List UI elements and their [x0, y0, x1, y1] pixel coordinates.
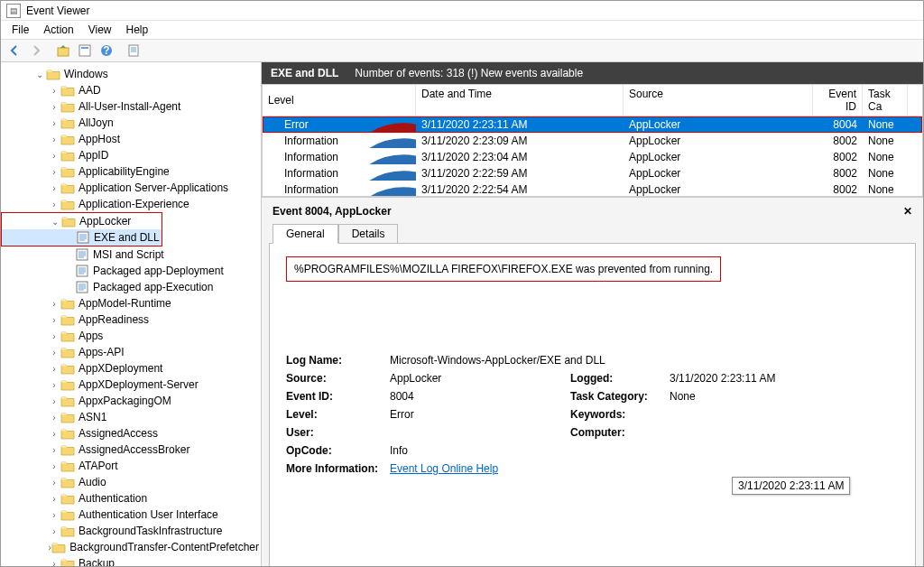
folder-icon	[60, 476, 75, 488]
collapse-icon[interactable]: ⌄	[33, 70, 46, 79]
tree-node-apps-api[interactable]: › Apps-API	[1, 344, 261, 360]
expand-icon[interactable]: ›	[48, 494, 60, 504]
forward-button[interactable]	[26, 41, 46, 60]
tree-node-exe-and-dll[interactable]: EXE and DLL	[2, 229, 162, 246]
tree-node-backgroundtransfer-contentprefetcher[interactable]: › BackgroundTransfer-ContentPrefetcher	[1, 539, 261, 555]
expand-icon[interactable]: ›	[48, 167, 60, 177]
up-button[interactable]	[53, 41, 73, 60]
event-row[interactable]: Information 3/11/2020 2:22:59 AM AppLock…	[263, 165, 922, 181]
prop-level-v: Error	[390, 408, 570, 421]
col-date[interactable]: Date and Time	[416, 85, 624, 116]
menu-help[interactable]: Help	[119, 22, 156, 38]
expand-icon[interactable]: ›	[48, 183, 60, 193]
expand-icon[interactable]: ›	[48, 135, 60, 144]
tree-node-authentication[interactable]: › Authentication	[1, 490, 261, 507]
expand-icon[interactable]: ›	[48, 461, 60, 471]
tree-node-ataport[interactable]: › ATAPort	[1, 458, 261, 474]
refresh-button[interactable]	[124, 41, 143, 60]
tree-node-appid[interactable]: › AppID	[1, 147, 261, 163]
folder-icon	[60, 525, 75, 537]
prop-source-v: AppLocker	[390, 372, 570, 385]
tree-node-authentication-user-interface[interactable]: › Authentication User Interface	[1, 507, 261, 523]
event-row[interactable]: Error 3/11/2020 2:23:11 AM AppLocker 800…	[263, 116, 922, 133]
grid-header[interactable]: Level Date and Time Source Event ID Task…	[263, 85, 922, 116]
expand-icon[interactable]: ›	[48, 478, 60, 488]
expand-icon[interactable]: ›	[48, 331, 60, 341]
expand-icon[interactable]: ›	[48, 429, 60, 439]
menu-view[interactable]: View	[81, 22, 119, 38]
event-grid[interactable]: Level Date and Time Source Event ID Task…	[262, 84, 923, 197]
expand-icon[interactable]: ›	[48, 118, 60, 128]
expand-icon[interactable]: ›	[48, 526, 60, 536]
svg-text:?: ?	[103, 44, 109, 57]
col-eventid[interactable]: Event ID	[813, 85, 863, 116]
app-icon: ▤	[6, 4, 21, 18]
expand-icon[interactable]: ›	[48, 510, 60, 520]
tree-node-packaged-app-deployment[interactable]: Packaged app-Deployment	[1, 263, 261, 279]
tree-node-appmodel-runtime[interactable]: › AppModel-Runtime	[1, 295, 261, 311]
expand-icon[interactable]: ›	[48, 559, 60, 568]
tree-node-appxpackagingom[interactable]: › AppxPackagingOM	[1, 393, 261, 409]
tree-node-apps[interactable]: › Apps	[1, 328, 261, 344]
expand-icon[interactable]: ›	[48, 102, 60, 112]
tree-node-appxdeployment-server[interactable]: › AppXDeployment-Server	[1, 376, 261, 393]
expand-icon[interactable]: ›	[48, 348, 60, 358]
menu-bar: File Action View Help	[1, 21, 923, 39]
info-icon	[268, 135, 281, 147]
menu-file[interactable]: File	[5, 22, 36, 38]
expand-icon[interactable]: ›	[48, 413, 60, 423]
expand-icon[interactable]: ›	[48, 200, 60, 209]
folder-icon	[60, 346, 75, 358]
tree-node-msi-and-script[interactable]: MSI and Script	[1, 246, 261, 263]
tree-node-alljoyn[interactable]: › AllJoyn	[1, 115, 261, 131]
event-row[interactable]: Information 3/11/2020 2:23:09 AM AppLock…	[263, 133, 922, 149]
tree-node-backgroundtaskinfrastructure[interactable]: › BackgroundTaskInfrastructure	[1, 523, 261, 539]
expand-icon[interactable]: ›	[48, 396, 60, 406]
tree-node-all-user-install-agent[interactable]: › All-User-Install-Agent	[1, 98, 261, 115]
menu-action[interactable]: Action	[36, 22, 80, 38]
tree-node-assignedaccess[interactable]: › AssignedAccess	[1, 425, 261, 442]
event-row[interactable]: Information 3/11/2020 2:22:54 AM AppLock…	[263, 181, 922, 196]
tab-general[interactable]: General	[273, 224, 338, 244]
tree-node-appreadiness[interactable]: › AppReadiness	[1, 311, 261, 328]
expand-icon[interactable]: ›	[48, 380, 60, 390]
back-button[interactable]	[5, 41, 24, 60]
col-source[interactable]: Source	[624, 85, 813, 116]
info-icon	[268, 183, 281, 196]
tab-details[interactable]: Details	[338, 224, 399, 244]
col-level[interactable]: Level	[263, 85, 416, 116]
tree-node-appxdeployment[interactable]: › AppXDeployment	[1, 360, 261, 376]
navigation-tree[interactable]: ⌄ Windows › AAD › All-User-Install-Agent…	[1, 62, 262, 567]
tree-node-applocker[interactable]: ⌄ AppLocker	[2, 213, 162, 229]
expand-icon[interactable]: ›	[48, 151, 60, 161]
tree-node-applicabilityengine[interactable]: › ApplicabilityEngine	[1, 163, 261, 180]
help-button[interactable]: ?	[97, 41, 116, 60]
expand-icon[interactable]: ›	[48, 86, 60, 96]
expand-icon[interactable]: ›	[48, 315, 60, 325]
col-category[interactable]: Task Ca	[863, 85, 908, 116]
event-log-online-help-link[interactable]: Event Log Online Help	[390, 462, 832, 475]
tree-node-application-server-applications[interactable]: › Application Server-Applications	[1, 180, 261, 196]
expand-icon[interactable]: ›	[48, 364, 60, 374]
tree-node-asn1[interactable]: › ASN1	[1, 409, 261, 425]
tree-node-aad[interactable]: › AAD	[1, 82, 261, 98]
tree-node-application-experience[interactable]: › Application-Experience	[1, 196, 261, 212]
folder-icon	[61, 215, 76, 228]
expand-icon[interactable]: ›	[48, 299, 60, 309]
properties-button[interactable]	[75, 41, 95, 60]
tree-node-audio[interactable]: › Audio	[1, 474, 261, 490]
tree-node-packaged-app-execution[interactable]: Packaged app-Execution	[1, 279, 261, 295]
event-message: %PROGRAMFILES%\MOZILLA FIREFOX\FIREFOX.E…	[286, 256, 721, 282]
tree-node-windows[interactable]: ⌄ Windows	[1, 66, 261, 82]
tree-node-apphost[interactable]: › AppHost	[1, 131, 261, 147]
folder-icon	[46, 68, 60, 80]
folder-icon	[60, 100, 75, 113]
close-button[interactable]: ✕	[903, 205, 912, 218]
tree-node-backup[interactable]: › Backup	[1, 555, 261, 567]
expand-icon[interactable]: ›	[48, 445, 60, 455]
tree-node-assignedaccessbroker[interactable]: › AssignedAccessBroker	[1, 442, 261, 458]
collapse-icon[interactable]: ⌄	[49, 217, 61, 227]
content-title: EXE and DLL	[271, 67, 338, 79]
folder-icon	[60, 133, 75, 145]
event-row[interactable]: Information 3/11/2020 2:23:04 AM AppLock…	[263, 149, 922, 165]
